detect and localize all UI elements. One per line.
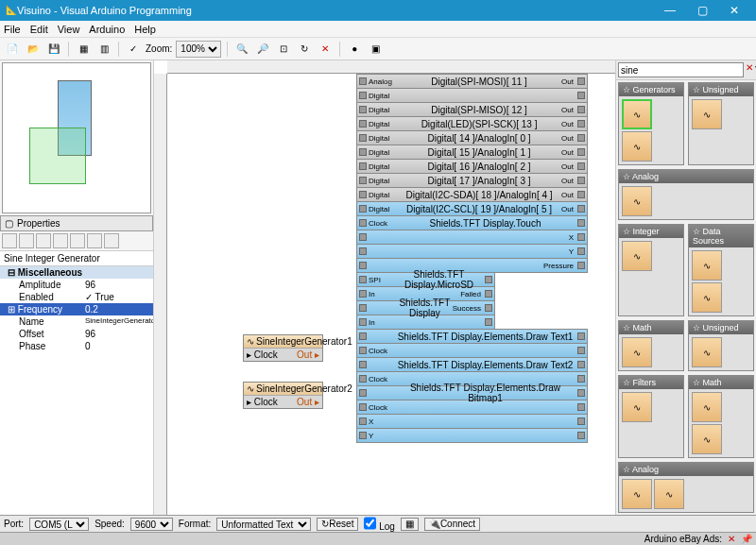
arduino-pin-row[interactable]: DigitalDigital(LED)(SPI-SCK)[ 13 ]Out — [356, 116, 588, 131]
zoomout-icon[interactable]: 🔎 — [254, 41, 271, 58]
menu-help[interactable]: Help — [134, 24, 156, 35]
arduino-pin-row[interactable]: DigitalDigital[ 14 ]/AnalogIn[ 0 ]Out — [356, 130, 588, 145]
title-bar: 📐 Visuino - Visual Arduino Programming —… — [0, 0, 756, 21]
category-header[interactable]: ☆ Integer — [619, 225, 683, 238]
component-item[interactable]: ∿ — [622, 241, 652, 271]
tool-x[interactable]: ▦ — [401, 518, 419, 531]
arduino-pin-row[interactable]: Shields.TFT Display.Elements.Draw Text1 — [356, 329, 588, 344]
arduino-pin-row[interactable]: DigitalDigital(I2C-SCL)[ 19 ]/AnalogIn[ … — [356, 201, 588, 216]
arduino-pin-row[interactable]: SPIShields.TFT Display.MicroSD — [356, 272, 495, 287]
category-header[interactable]: ☆ Generators — [619, 83, 683, 96]
prop-btn-4[interactable] — [53, 233, 68, 248]
properties-toolbar — [0, 231, 153, 251]
category-header[interactable]: ☆ Analog — [619, 170, 753, 183]
category-header[interactable]: ☆ Math — [689, 376, 753, 389]
component-item[interactable]: ∿ — [622, 186, 652, 216]
node-generator-2[interactable]: ∿SineIntegerGenerator2 ▸ ClockOut ▸ — [243, 382, 323, 409]
category-header[interactable]: ☆ Unsigned — [689, 321, 753, 334]
arduino-node[interactable]: AnalogDigital(SPI-MOSI)[ 11 ]OutDigitalD… — [356, 74, 588, 442]
tool-e[interactable]: ▣ — [367, 41, 384, 58]
menu-view[interactable]: View — [58, 24, 80, 35]
ruler-horizontal — [167, 60, 615, 74]
new-button[interactable]: 📄 — [4, 41, 21, 58]
search-input[interactable] — [618, 62, 744, 77]
component-item[interactable]: ∿ — [622, 479, 652, 509]
arduino-pin-row[interactable]: Y — [356, 428, 588, 443]
zoomfit-icon[interactable]: ⊡ — [275, 41, 292, 58]
arduino-pin-row[interactable]: Digital — [356, 88, 588, 103]
category-header[interactable]: ☆ Filters — [619, 376, 683, 389]
ad-close-icon[interactable]: ✕ — [728, 534, 735, 544]
category-header[interactable]: ☆ Data Sources — [689, 225, 753, 247]
prop-btn-5[interactable] — [70, 233, 85, 248]
arduino-pin-row[interactable]: DigitalDigital(SPI-MISO)[ 12 ]Out — [356, 102, 588, 117]
open-button[interactable]: 📂 — [25, 41, 42, 58]
component-item[interactable]: ∿ — [622, 131, 652, 162]
component-item[interactable]: ∿ — [622, 392, 652, 422]
sine-icon: ∿ — [247, 383, 254, 394]
prop-btn-7[interactable] — [104, 233, 119, 248]
menu-file[interactable]: File — [4, 24, 21, 35]
zoom-select[interactable]: 100% — [176, 41, 221, 58]
zoom-label: Zoom: — [146, 43, 172, 54]
overview-panel[interactable] — [2, 62, 151, 213]
left-panel: ▢Properties Sine Integer Generator ⊟ Mis… — [0, 60, 154, 515]
reset-button[interactable]: ↻ Reset — [317, 518, 358, 531]
log-checkbox[interactable]: Log — [364, 517, 394, 532]
arduino-pin-row[interactable]: Shields.TFT DisplaySuccess — [356, 300, 495, 315]
arduino-pin-row[interactable]: Shields.TFT Display.Elements.Draw Bitmap… — [356, 385, 588, 400]
prop-btn-2[interactable] — [19, 233, 34, 248]
arduino-pin-row[interactable]: X — [356, 414, 588, 429]
tool-a[interactable]: ▦ — [75, 41, 92, 58]
tool-c[interactable]: ✓ — [125, 41, 142, 58]
arduino-pin-row[interactable]: DigitalDigital[ 16 ]/AnalogIn[ 2 ]Out — [356, 159, 588, 174]
component-item[interactable]: ∿ — [692, 392, 722, 422]
component-item[interactable]: ∿ — [622, 99, 652, 129]
arduino-pin-row[interactable]: Clock — [356, 343, 588, 358]
arduino-pin-row[interactable]: Y — [356, 244, 588, 259]
minimize-button[interactable]: — — [654, 0, 686, 21]
arduino-pin-row[interactable]: DigitalDigital[ 15 ]/AnalogIn[ 1 ]Out — [356, 145, 588, 160]
delete-icon[interactable]: ✕ — [317, 41, 334, 58]
category-header[interactable]: ☆ Analog — [619, 463, 753, 476]
clear-search-icon[interactable]: ✕ — [746, 62, 753, 77]
format-select[interactable]: Unformatted Text — [216, 518, 311, 531]
prop-btn-6[interactable] — [87, 233, 102, 248]
arduino-pin-row[interactable]: AnalogDigital(SPI-MOSI)[ 11 ]Out — [356, 74, 588, 89]
arduino-pin-row[interactable]: ClockShields.TFT Display.Touch — [356, 215, 588, 230]
save-button[interactable]: 💾 — [45, 41, 62, 58]
component-item[interactable]: ∿ — [692, 282, 722, 313]
node-generator-1[interactable]: ∿SineIntegerGenerator1 ▸ ClockOut ▸ — [243, 334, 323, 362]
tool-d[interactable]: ● — [346, 41, 363, 58]
refresh-icon[interactable]: ↻ — [296, 41, 313, 58]
category-header[interactable]: ☆ Math — [619, 321, 683, 334]
tool-b[interactable]: ▥ — [95, 41, 112, 58]
menu-arduino[interactable]: Arduino — [89, 24, 125, 35]
component-item[interactable]: ∿ — [692, 250, 722, 281]
close-button[interactable]: ✕ — [718, 0, 750, 21]
category-box: ☆ Math∿∿ — [688, 375, 754, 458]
category-box: ☆ Analog∿∿ — [618, 462, 754, 513]
prop-btn-3[interactable] — [36, 233, 51, 248]
arduino-pin-row[interactable]: X — [356, 230, 588, 245]
properties-object-title: Sine Integer Generator — [0, 251, 153, 266]
ruler-vertical — [154, 74, 167, 515]
component-item[interactable]: ∿ — [622, 337, 652, 367]
arduino-pin-row[interactable]: Shields.TFT Display.Elements.Draw Text2 — [356, 357, 588, 372]
maximize-button[interactable]: ▢ — [686, 0, 718, 21]
component-item[interactable]: ∿ — [654, 479, 684, 509]
arduino-pin-row[interactable]: DigitalDigital(I2C-SDA)[ 18 ]/AnalogIn[ … — [356, 187, 588, 202]
component-item[interactable]: ∿ — [692, 337, 722, 367]
menu-edit[interactable]: Edit — [30, 24, 48, 35]
connect-button[interactable]: 🔌 Connect — [424, 518, 480, 531]
arduino-pin-row[interactable]: DigitalDigital[ 17 ]/AnalogIn[ 3 ]Out — [356, 173, 588, 188]
ad-pin-icon[interactable]: 📌 — [741, 534, 752, 544]
properties-tree[interactable]: ⊟ Miscellaneous Amplitude96 Enabled✓ Tru… — [0, 266, 153, 515]
prop-btn-1[interactable] — [2, 233, 17, 248]
zoomin-icon[interactable]: 🔍 — [233, 41, 250, 58]
component-item[interactable]: ∿ — [692, 424, 722, 454]
port-select[interactable]: COM5 (L — [29, 518, 89, 531]
design-canvas[interactable]: ∿SineIntegerGenerator1 ▸ ClockOut ▸ ∿Sin… — [154, 60, 615, 515]
speed-select[interactable]: 9600 — [130, 518, 173, 531]
category-box: ☆ Filters∿ — [618, 375, 684, 458]
